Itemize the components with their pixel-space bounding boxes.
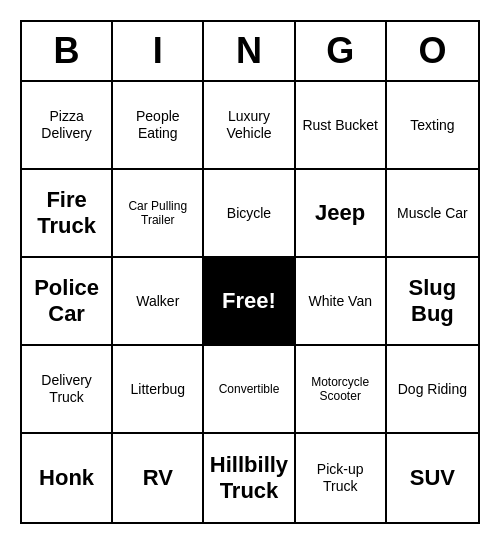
- bingo-cell: Honk: [22, 434, 113, 522]
- bingo-cell: Pizza Delivery: [22, 82, 113, 170]
- bingo-cell: Jeep: [296, 170, 387, 258]
- bingo-cell: Litterbug: [113, 346, 204, 434]
- bingo-cell: Convertible: [204, 346, 295, 434]
- bingo-cell: Motorcycle Scooter: [296, 346, 387, 434]
- bingo-header: BINGO: [22, 22, 478, 82]
- bingo-cell: Muscle Car: [387, 170, 478, 258]
- bingo-cell: Fire Truck: [22, 170, 113, 258]
- bingo-cell: Dog Riding: [387, 346, 478, 434]
- bingo-cell: RV: [113, 434, 204, 522]
- bingo-cell: Rust Bucket: [296, 82, 387, 170]
- bingo-card: BINGO Pizza DeliveryPeople EatingLuxury …: [20, 20, 480, 524]
- bingo-cell: Luxury Vehicle: [204, 82, 295, 170]
- header-letter: B: [22, 22, 113, 80]
- bingo-cell: People Eating: [113, 82, 204, 170]
- bingo-cell: Police Car: [22, 258, 113, 346]
- header-letter: I: [113, 22, 204, 80]
- header-letter: N: [204, 22, 295, 80]
- bingo-cell: Walker: [113, 258, 204, 346]
- bingo-cell: SUV: [387, 434, 478, 522]
- bingo-cell: Slug Bug: [387, 258, 478, 346]
- bingo-cell: Free!: [204, 258, 295, 346]
- bingo-cell: Delivery Truck: [22, 346, 113, 434]
- bingo-cell: Bicycle: [204, 170, 295, 258]
- bingo-cell: Hillbilly Truck: [204, 434, 295, 522]
- bingo-cell: Texting: [387, 82, 478, 170]
- bingo-cell: Car Pulling Trailer: [113, 170, 204, 258]
- bingo-cell: White Van: [296, 258, 387, 346]
- bingo-cell: Pick-up Truck: [296, 434, 387, 522]
- bingo-grid: Pizza DeliveryPeople EatingLuxury Vehicl…: [22, 82, 478, 522]
- header-letter: O: [387, 22, 478, 80]
- header-letter: G: [296, 22, 387, 80]
